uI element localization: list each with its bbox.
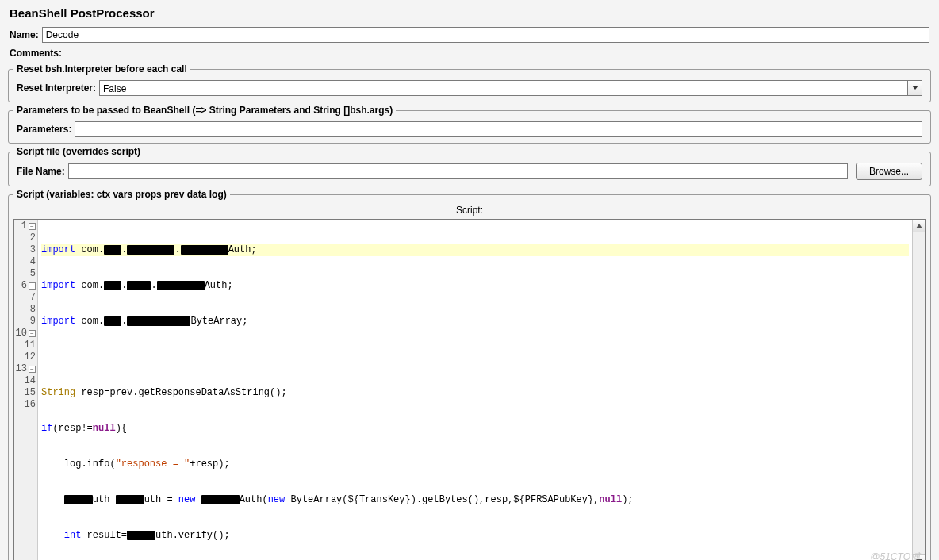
- reset-group: Reset bsh.Interpreter before each call R…: [8, 63, 931, 102]
- file-group: Script file (overrides script) File Name…: [8, 146, 931, 186]
- editor-gutter: 1−23456−78910−111213−141516: [14, 220, 38, 560]
- editor-code[interactable]: import com...Auth; import com...Auth; im…: [38, 220, 912, 560]
- parameters-label: Parameters:: [17, 124, 71, 135]
- fold-icon[interactable]: −: [29, 282, 36, 290]
- fold-icon[interactable]: −: [29, 330, 36, 337]
- scroll-down-icon[interactable]: [913, 554, 925, 560]
- name-label: Name:: [10, 29, 39, 40]
- script-caption: Script:: [10, 203, 929, 219]
- parameters-input[interactable]: [75, 121, 922, 137]
- chevron-down-icon[interactable]: [907, 81, 922, 95]
- editor-scrollbar[interactable]: [912, 220, 925, 560]
- reset-combo[interactable]: False: [99, 80, 922, 96]
- reset-combo-value: False: [100, 81, 907, 95]
- comments-label: Comments:: [10, 48, 62, 59]
- file-label: File Name:: [17, 166, 65, 177]
- file-input[interactable]: [68, 163, 848, 179]
- parameters-legend: Parameters to be passed to BeanShell (=>…: [13, 105, 396, 116]
- name-row: Name:: [3, 25, 936, 45]
- browse-button[interactable]: Browse...: [856, 163, 922, 180]
- fold-icon[interactable]: −: [29, 366, 36, 373]
- parameters-group: Parameters to be passed to BeanShell (=>…: [8, 105, 931, 144]
- comments-row: Comments:: [3, 45, 936, 61]
- scroll-up-icon[interactable]: [913, 220, 925, 232]
- reset-legend: Reset bsh.Interpreter before each call: [13, 63, 190, 75]
- panel-title: BeanShell PostProcessor: [3, 3, 936, 25]
- script-editor[interactable]: 1−23456−78910−111213−141516 import com..…: [13, 219, 926, 560]
- script-legend: Script (variables: ctx vars props prev d…: [13, 189, 230, 200]
- scroll-track[interactable]: [913, 232, 925, 554]
- file-legend: Script file (overrides script): [13, 146, 144, 157]
- reset-label: Reset Interpreter:: [17, 82, 96, 94]
- name-input[interactable]: [42, 27, 929, 43]
- script-group: Script (variables: ctx vars props prev d…: [8, 189, 931, 560]
- fold-icon[interactable]: −: [29, 223, 36, 230]
